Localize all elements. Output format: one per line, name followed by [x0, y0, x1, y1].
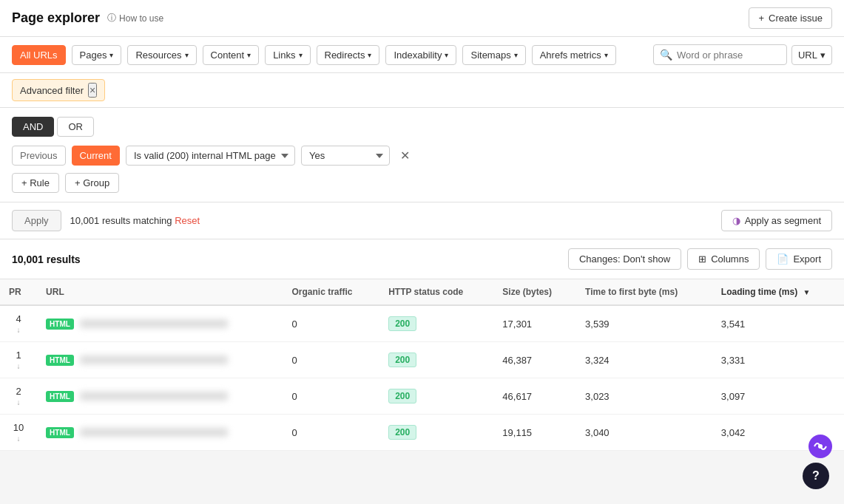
results-actions: Changes: Don't show ⊞ Columns 📄 Export [568, 248, 832, 270]
http-status-cell: 200 [379, 415, 493, 451]
search-input[interactable] [677, 50, 780, 61]
time-first-byte-cell: 3,040 [576, 415, 712, 451]
columns-icon: ⊞ [698, 253, 706, 265]
loading-time-cell: 3,541 [712, 305, 844, 342]
time-first-byte-cell: 3,023 [576, 378, 712, 415]
filter-sitemaps[interactable]: Sitemaps ▾ [462, 45, 525, 65]
pr-cell: 4 ↓ [0, 305, 37, 342]
how-to-use-link[interactable]: ⓘ How to use [107, 12, 163, 24]
filter-logic-section: AND OR Previous Current Is valid (200) i… [0, 108, 844, 202]
apply-row-left: Apply 10,001 results matching Reset [12, 210, 200, 231]
page-title: Page explorer [12, 10, 100, 26]
url-cell: HTML [37, 342, 283, 378]
col-time-first-byte[interactable]: Time to first byte (ms) [576, 279, 712, 305]
results-section: 10,001 results Changes: Don't show ⊞ Col… [0, 239, 844, 451]
loading-time-cell: 3,097 [712, 378, 844, 415]
apply-as-segment-button[interactable]: ◑ Apply as segment [721, 210, 832, 231]
filter-toolbar: All URLs Pages ▾ Resources ▾ Content ▾ L… [0, 37, 844, 73]
size-bytes-cell: 46,387 [493, 342, 576, 378]
header-left: Page explorer ⓘ How to use [12, 10, 163, 26]
advanced-filter-row: Advanced filter × [0, 73, 844, 108]
logic-buttons: AND OR [12, 117, 832, 137]
table-row: 4 ↓ HTML 0 200 17,301 3,539 3,541 [0, 305, 844, 342]
filter-content[interactable]: Content ▾ [203, 45, 260, 65]
organic-traffic-cell: 0 [283, 415, 380, 451]
table-row: 1 ↓ HTML 0 200 46,387 3,324 3,331 [0, 342, 844, 378]
chevron-down-icon: ▾ [185, 51, 189, 59]
filter-links[interactable]: Links ▾ [265, 45, 310, 65]
col-url: URL [37, 279, 283, 305]
current-button[interactable]: Current [72, 146, 120, 166]
apply-button[interactable]: Apply [12, 210, 61, 231]
filter-all-urls[interactable]: All URLs [12, 45, 66, 65]
export-button[interactable]: 📄 Export [766, 248, 832, 270]
previous-button[interactable]: Previous [12, 146, 66, 166]
create-issue-button[interactable]: + Create issue [749, 7, 832, 29]
col-size-bytes[interactable]: Size (bytes) [493, 279, 576, 305]
url-type-dropdown[interactable]: URL ▾ [791, 45, 832, 65]
reset-link[interactable]: Reset [175, 215, 200, 226]
add-rule-button[interactable]: + Rule [12, 173, 59, 193]
condition-select[interactable]: Is valid (200) internal HTML page [126, 146, 295, 166]
export-icon: 📄 [777, 253, 789, 265]
chevron-down-icon: ▾ [820, 50, 826, 61]
time-first-byte-cell: 3,324 [576, 342, 712, 378]
filter-pages[interactable]: Pages ▾ [72, 45, 122, 65]
filter-resources[interactable]: Resources ▾ [127, 45, 196, 65]
chevron-down-icon: ▾ [368, 51, 371, 59]
and-button[interactable]: AND [12, 117, 54, 137]
sort-desc-icon: ▼ [803, 288, 811, 296]
ai-assistant-icon[interactable] [808, 435, 832, 451]
filter-indexability[interactable]: Indexability ▾ [385, 45, 456, 65]
filter-row-clear-button[interactable]: ✕ [396, 147, 414, 164]
search-icon: 🔍 [660, 49, 672, 61]
table-row: 2 ↓ HTML 0 200 46,617 3,023 3,097 [0, 378, 844, 415]
plus-icon: + [758, 13, 764, 24]
pr-cell: 10 ↓ [0, 415, 37, 451]
filter-ahrefs-metrics[interactable]: Ahrefs metrics ▾ [532, 45, 616, 65]
add-buttons: + Rule + Group [12, 173, 832, 193]
question-icon: ⓘ [107, 12, 116, 24]
loading-time-cell: 3,331 [712, 342, 844, 378]
columns-button[interactable]: ⊞ Columns [687, 248, 760, 270]
pr-cell: 1 ↓ [0, 342, 37, 378]
organic-traffic-cell: 0 [283, 342, 380, 378]
chevron-down-icon: ▾ [445, 51, 448, 59]
results-table: PR URL Organic traffic HTTP status code … [0, 279, 844, 451]
http-status-cell: 200 [379, 378, 493, 415]
results-header: 10,001 results Changes: Don't show ⊞ Col… [0, 239, 844, 279]
search-box: 🔍 [653, 44, 787, 65]
apply-row: Apply 10,001 results matching Reset ◑ Ap… [0, 202, 844, 239]
filter-redirects[interactable]: Redirects ▾ [317, 45, 380, 65]
svg-point-1 [818, 444, 823, 449]
filter-condition-row: Previous Current Is valid (200) internal… [12, 146, 832, 166]
size-bytes-cell: 17,301 [493, 305, 576, 342]
size-bytes-cell: 46,617 [493, 378, 576, 415]
size-bytes-cell: 19,115 [493, 415, 576, 451]
col-organic-traffic[interactable]: Organic traffic [283, 279, 380, 305]
chevron-down-icon: ▾ [247, 51, 251, 59]
chevron-down-icon: ▾ [604, 51, 608, 59]
condition-value-select[interactable]: Yes [301, 146, 390, 166]
segment-icon: ◑ [732, 215, 740, 226]
results-matching-text: 10,001 results matching Reset [70, 215, 200, 226]
page-header: Page explorer ⓘ How to use + Create issu… [0, 0, 844, 37]
http-status-cell: 200 [379, 342, 493, 378]
pr-cell: 2 ↓ [0, 378, 37, 415]
url-cell: HTML [37, 305, 283, 342]
advanced-filter-close-button[interactable]: × [88, 83, 97, 98]
organic-traffic-cell: 0 [283, 305, 380, 342]
changes-button[interactable]: Changes: Don't show [568, 248, 681, 270]
http-status-cell: 200 [379, 305, 493, 342]
or-button[interactable]: OR [57, 117, 94, 137]
col-http-status[interactable]: HTTP status code [379, 279, 493, 305]
chevron-down-icon: ▾ [514, 51, 518, 59]
results-count: 10,001 results [12, 253, 81, 265]
add-group-button[interactable]: + Group [65, 173, 119, 193]
table-row: 10 ↓ HTML 0 200 19,115 3,040 3,042 [0, 415, 844, 451]
url-cell: HTML [37, 378, 283, 415]
col-loading-time[interactable]: Loading time (ms) ▼ [712, 279, 844, 305]
table-header: PR URL Organic traffic HTTP status code … [0, 279, 844, 305]
col-pr: PR [0, 279, 37, 305]
advanced-filter-tag: Advanced filter × [12, 79, 105, 101]
